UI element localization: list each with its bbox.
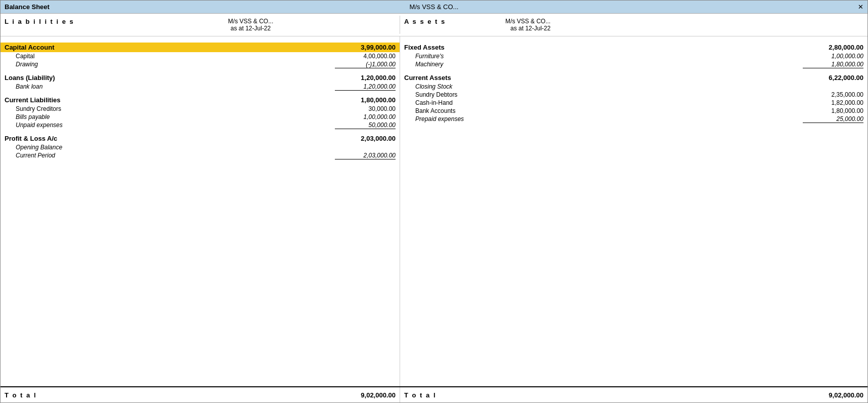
opening-balance-row[interactable]: Opening Balance xyxy=(1,143,400,151)
main-content: Capital Account 3,99,000.00 Capital 4,00… xyxy=(1,36,867,386)
footer-liabilities: T o t a l 9,02,000.00 xyxy=(1,387,400,402)
capital-label: Capital xyxy=(16,53,335,60)
sundry-debtors-label: Sundry Debtors xyxy=(415,91,803,98)
assets-total-value: 9,02,000.00 xyxy=(829,391,863,399)
liabilities-label: L i a b i l i t i e s xyxy=(5,18,106,25)
current-period-row[interactable]: Current Period 2,03,000.00 xyxy=(1,151,400,160)
closing-stock-value xyxy=(803,83,863,90)
bank-accounts-label: Bank Accounts xyxy=(415,107,803,114)
sundry-creditors-value: 30,000.00 xyxy=(335,105,396,112)
capital-row[interactable]: Capital 4,00,000.00 xyxy=(1,52,400,60)
profit-loss-label: Profit & Loss A/c xyxy=(5,135,57,142)
furniture-row[interactable]: Furniture's 1,00,000.00 xyxy=(400,52,867,60)
title-bar: Balance Sheet M/s VSS & CO... ✕ xyxy=(1,1,867,14)
bank-loan-label: Bank loan xyxy=(16,83,335,91)
bank-accounts-value: 1,80,000.00 xyxy=(803,107,863,114)
bank-loan-row[interactable]: Bank loan 1,20,000.00 xyxy=(1,83,400,91)
closing-stock-label: Closing Stock xyxy=(415,83,803,90)
assets-total-label: T o t a l xyxy=(404,391,437,399)
bills-payable-label: Bills payable xyxy=(16,113,335,120)
current-liabilities-total: 1,80,000.00 xyxy=(361,96,396,104)
current-assets-header[interactable]: Current Assets 6,22,000.00 xyxy=(400,73,867,83)
fixed-assets-label: Fixed Assets xyxy=(404,44,445,51)
machinery-row[interactable]: Machinery 1,80,000.00 xyxy=(400,60,867,69)
bank-loan-value: 1,20,000.00 xyxy=(335,83,396,91)
assets-company: M/s VSS & CO... as at 12-Jul-22 xyxy=(505,18,550,32)
cash-in-hand-row[interactable]: Cash-in-Hand 1,82,000.00 xyxy=(400,99,867,107)
sundry-debtors-row[interactable]: Sundry Debtors 2,35,000.00 xyxy=(400,91,867,99)
bills-payable-row[interactable]: Bills payable 1,00,000.00 xyxy=(1,113,400,121)
machinery-value: 1,80,000.00 xyxy=(803,61,863,68)
prepaid-expenses-row[interactable]: Prepaid expenses 25,000.00 xyxy=(400,115,867,124)
cash-in-hand-value: 1,82,000.00 xyxy=(803,99,863,106)
loans-total: 1,20,000.00 xyxy=(361,74,396,82)
liabilities-header: L i a b i l i t i e s M/s VSS & CO... as… xyxy=(1,16,400,34)
machinery-label: Machinery xyxy=(415,61,803,68)
footer: T o t a l 9,02,000.00 T o t a l 9,02,000… xyxy=(1,386,867,402)
window: Balance Sheet M/s VSS & CO... ✕ L i a b … xyxy=(0,0,868,403)
closing-stock-row[interactable]: Closing Stock xyxy=(400,83,867,91)
capital-account-header[interactable]: Capital Account 3,99,000.00 xyxy=(1,43,400,52)
furniture-value: 1,00,000.00 xyxy=(803,53,863,60)
loans-label: Loans (Liability) xyxy=(5,74,55,82)
bills-payable-value: 1,00,000.00 xyxy=(335,113,396,120)
unpaid-expenses-row[interactable]: Unpaid expenses 50,000.00 xyxy=(1,121,400,130)
profit-loss-header[interactable]: Profit & Loss A/c 2,03,000.00 xyxy=(1,134,400,143)
liabilities-total-value: 9,02,000.00 xyxy=(361,391,396,399)
unpaid-expenses-value: 50,000.00 xyxy=(335,122,396,129)
current-assets-label: Current Assets xyxy=(404,74,451,82)
prepaid-expenses-value: 25,000.00 xyxy=(803,115,863,123)
capital-account-total: 3,99,000.00 xyxy=(361,44,396,51)
window-title: Balance Sheet xyxy=(5,3,50,11)
assets-label: A s s e t s xyxy=(404,18,505,25)
opening-balance-value xyxy=(335,144,396,151)
profit-loss-total: 2,03,000.00 xyxy=(361,135,396,142)
furniture-label: Furniture's xyxy=(415,53,803,60)
assets-header: A s s e t s M/s VSS & CO... as at 12-Jul… xyxy=(400,16,867,34)
close-button[interactable]: ✕ xyxy=(858,3,863,11)
prepaid-expenses-label: Prepaid expenses xyxy=(415,115,803,123)
footer-assets: T o t a l 9,02,000.00 xyxy=(400,387,867,402)
sundry-debtors-value: 2,35,000.00 xyxy=(803,91,863,98)
current-period-value: 2,03,000.00 xyxy=(335,152,396,159)
liabilities-column: Capital Account 3,99,000.00 Capital 4,00… xyxy=(1,36,400,386)
drawing-row[interactable]: Drawing (-)1,000.00 xyxy=(1,60,400,69)
assets-column: Fixed Assets 2,80,000.00 Furniture's 1,0… xyxy=(400,36,867,386)
capital-account-label: Capital Account xyxy=(5,44,54,51)
sundry-creditors-row[interactable]: Sundry Creditors 30,000.00 xyxy=(1,105,400,113)
opening-balance-label: Opening Balance xyxy=(16,144,335,151)
drawing-value: (-)1,000.00 xyxy=(335,61,396,68)
unpaid-expenses-label: Unpaid expenses xyxy=(16,122,335,129)
current-assets-total: 6,22,000.00 xyxy=(829,74,863,82)
loans-header[interactable]: Loans (Liability) 1,20,000.00 xyxy=(1,73,400,83)
drawing-label: Drawing xyxy=(16,61,335,68)
current-liabilities-label: Current Liabilities xyxy=(5,96,61,104)
cash-in-hand-label: Cash-in-Hand xyxy=(415,99,803,106)
header-row: L i a b i l i t i e s M/s VSS & CO... as… xyxy=(1,14,867,36)
sundry-creditors-label: Sundry Creditors xyxy=(16,105,335,112)
fixed-assets-total: 2,80,000.00 xyxy=(829,44,863,51)
current-period-label: Current Period xyxy=(16,152,335,159)
capital-value: 4,00,000.00 xyxy=(335,53,396,60)
fixed-assets-header[interactable]: Fixed Assets 2,80,000.00 xyxy=(400,43,867,52)
liabilities-total-label: T o t a l xyxy=(5,391,37,399)
bank-accounts-row[interactable]: Bank Accounts 1,80,000.00 xyxy=(400,107,867,115)
liabilities-company: M/s VSS & CO... as at 12-Jul-22 xyxy=(106,18,396,32)
window-title-center: M/s VSS & CO... xyxy=(410,3,459,11)
current-liabilities-header[interactable]: Current Liabilities 1,80,000.00 xyxy=(1,95,400,105)
